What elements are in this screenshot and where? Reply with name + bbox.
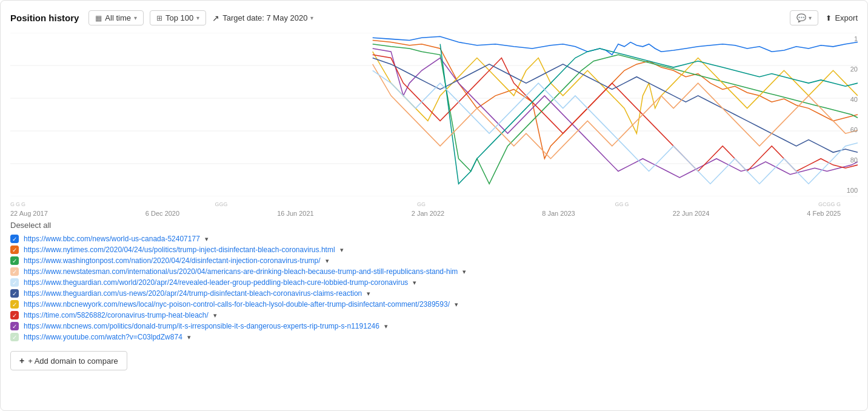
url-dropdown-4[interactable]: ▾ (462, 268, 466, 276)
url-dropdown-6[interactable]: ▾ (367, 290, 370, 298)
url-link-2[interactable]: https://www.nytimes.com/2020/04/24/us/po… (24, 246, 335, 254)
url-checkbox-7[interactable]: ✓ (10, 300, 19, 309)
chevron-down-icon-4: ▾ (809, 15, 812, 21)
g-marker: GCGG G (818, 201, 841, 207)
position-chart (10, 33, 858, 196)
url-link-10[interactable]: https://www.youtube.com/watch?v=C03lpdZw… (24, 333, 182, 341)
url-checkbox-3[interactable]: ✓ (10, 256, 19, 265)
g-marker: GGG (215, 201, 228, 207)
add-domain-button[interactable]: + + Add domain to compare (10, 351, 127, 370)
x-label-7: 4 Feb 2025 (807, 210, 841, 217)
chart-area: 1 20 40 60 80 100 (10, 33, 858, 196)
url-dropdown-2[interactable]: ▾ (340, 246, 344, 254)
list-item: ✓ https://www.youtube.com/watch?v=C03lpd… (10, 333, 858, 341)
list-item: ✓ https://www.newstatesman.com/internati… (10, 267, 858, 276)
deselect-all-button[interactable]: Deselect all (10, 221, 858, 230)
target-date-label: Target date: 7 May 2020 (222, 13, 307, 22)
url-list: ✓ https://www.bbc.com/news/world-us-cana… (10, 235, 858, 341)
x-label-4: 2 Jan 2022 (412, 210, 444, 217)
url-dropdown-3[interactable]: ▾ (326, 257, 329, 265)
header: Position history ▦ All time ▾ ⊞ Top 100 … (10, 10, 858, 25)
x-axis-labels: 22 Aug 2017 6 Dec 2020 16 Jun 2021 2 Jan… (10, 209, 858, 218)
list-item: ✓ https://www.theguardian.com/world/2020… (10, 278, 858, 287)
g-marker: G (16, 201, 20, 207)
url-dropdown-1[interactable]: ▾ (205, 235, 209, 243)
url-dropdown-8[interactable]: ▾ (213, 312, 217, 319)
url-link-3[interactable]: https://www.washingtonpost.com/nation/20… (24, 256, 321, 265)
export-button[interactable]: ⬆ Export (826, 13, 858, 22)
header-controls: ▦ All time ▾ ⊞ Top 100 ▾ ↗ Target date: … (88, 10, 780, 25)
url-dropdown-5[interactable]: ▾ (413, 279, 416, 287)
url-link-7[interactable]: https://www.nbcnewyork.com/news/local/ny… (24, 300, 450, 309)
chevron-down-icon-3: ▾ (310, 15, 313, 21)
x-label-2: 6 Dec 2020 (145, 210, 179, 217)
g-marker: GG (615, 201, 623, 207)
export-icon: ⬆ (826, 14, 832, 22)
list-item: ✓ https://www.washingtonpost.com/nation/… (10, 256, 858, 265)
url-dropdown-10[interactable]: ▾ (187, 333, 191, 341)
g-marker: GG (417, 201, 426, 207)
x-axis-markers: G G G GGG GG GG G GCGG G (10, 201, 858, 207)
list-item: ✓ https://www.nytimes.com/2020/04/24/us/… (10, 246, 858, 254)
url-dropdown-9[interactable]: ▾ (384, 322, 388, 330)
plus-icon: + (19, 356, 24, 366)
all-time-dropdown[interactable]: ▦ All time ▾ (88, 10, 144, 25)
url-checkbox-8[interactable]: ✓ (10, 311, 19, 319)
x-label-6: 22 Jun 2024 (673, 210, 710, 217)
target-date-button[interactable]: ↗ Target date: 7 May 2020 ▾ (212, 13, 313, 23)
trend-icon: ↗ (212, 13, 219, 23)
url-checkbox-4[interactable]: ✓ (10, 267, 19, 276)
x-label-5: 8 Jan 2023 (542, 210, 575, 217)
url-checkbox-5[interactable]: ✓ (10, 278, 19, 287)
top-100-dropdown[interactable]: ⊞ Top 100 ▾ (150, 10, 206, 25)
list-item: ✓ https://www.theguardian.com/us-news/20… (10, 289, 858, 298)
url-checkbox-9[interactable]: ✓ (10, 322, 19, 330)
url-link-5[interactable]: https://www.theguardian.com/world/2020/a… (24, 278, 408, 287)
list-item: ✓ https://www.nbcnews.com/politics/donal… (10, 322, 858, 330)
url-checkbox-1[interactable]: ✓ (10, 235, 19, 243)
add-domain-label: + Add domain to compare (28, 356, 118, 366)
url-link-1[interactable]: https://www.bbc.com/news/world-us-canada… (24, 235, 200, 243)
list-item: ✓ https://www.nbcnewyork.com/news/local/… (10, 300, 858, 309)
g-marker: G (21, 201, 25, 207)
export-label: Export (835, 13, 858, 22)
url-link-8[interactable]: https://time.com/5826882/coronavirus-tru… (24, 311, 209, 319)
url-link-4[interactable]: https://www.newstatesman.com/internation… (24, 267, 458, 276)
calendar-icon: ▦ (95, 14, 102, 22)
url-dropdown-7[interactable]: ▾ (455, 301, 458, 309)
list-item: ✓ https://www.bbc.com/news/world-us-cana… (10, 235, 858, 243)
grid-icon: ⊞ (156, 14, 162, 22)
top-100-label: Top 100 (165, 13, 193, 22)
chevron-down-icon: ▾ (134, 15, 137, 21)
x-label-3: 16 Jun 2021 (277, 210, 314, 217)
g-marker: G (625, 201, 629, 207)
url-checkbox-6[interactable]: ✓ (10, 289, 19, 298)
header-right: 💬 ▾ ⬆ Export (790, 10, 858, 25)
url-link-6[interactable]: https://www.theguardian.com/us-news/2020… (24, 289, 362, 298)
g-marker: G (10, 201, 15, 207)
comment-icon: 💬 (796, 13, 806, 22)
x-label-1: 22 Aug 2017 (10, 210, 48, 217)
list-item: ✓ https://time.com/5826882/coronavirus-t… (10, 311, 858, 319)
page-title: Position history (10, 13, 79, 23)
url-link-9[interactable]: https://www.nbcnews.com/politics/donald-… (24, 322, 379, 330)
y-axis-labels: 1 20 40 60 80 100 (841, 33, 858, 196)
chevron-down-icon-2: ▾ (196, 15, 199, 21)
all-time-label: All time (105, 13, 131, 22)
url-checkbox-2[interactable]: ✓ (10, 246, 19, 254)
comment-button[interactable]: 💬 ▾ (790, 10, 818, 25)
url-checkbox-10[interactable]: ✓ (10, 333, 19, 341)
